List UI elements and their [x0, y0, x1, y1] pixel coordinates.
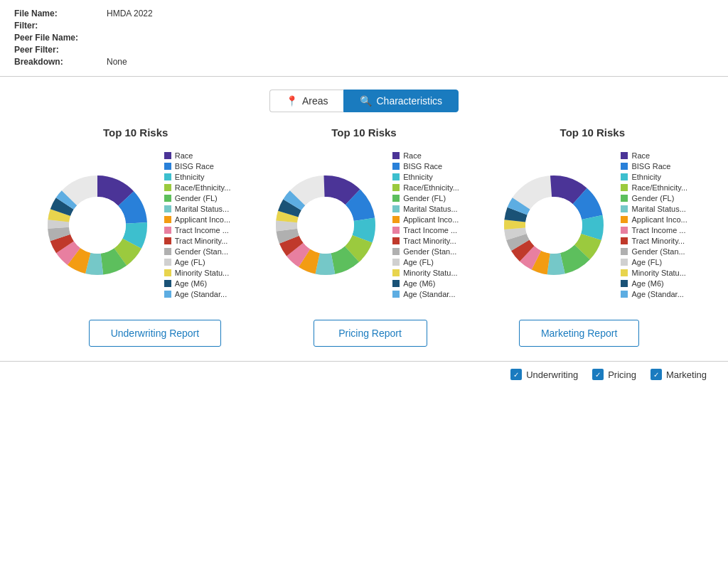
donut-chart-2 [269, 168, 382, 282]
pin-icon: 📍 [286, 95, 298, 107]
svg-point-15 [69, 197, 126, 254]
legend-item: Minority Statu... [392, 269, 459, 277]
tab-section: 📍 Areas 🔍 Characteristics [0, 77, 728, 119]
legend-item: Age (M6) [621, 279, 687, 288]
legend-item: Tract Income ... [621, 226, 687, 234]
legend-item: Tract Income ... [164, 226, 231, 234]
legend-item: Race/Ethnicity... [392, 183, 459, 192]
legend-item: Race/Ethnicity... [164, 183, 231, 192]
legend-item: Tract Minority... [621, 237, 687, 245]
legend-item: Gender (FL) [621, 194, 687, 202]
legend-item: Minority Statu... [621, 269, 687, 277]
legend-item: Gender (FL) [164, 194, 231, 202]
peer-filter-label: Peer Filter: [14, 45, 107, 55]
footer-marketing-checkbox[interactable]: ✓ Marketing [651, 369, 707, 380]
breakdown-label: Breakdown: [14, 57, 107, 67]
legend-2: Race BISG Race Ethnicity Race/Ethnicity.… [392, 151, 459, 298]
legend-item: Age (FL) [392, 258, 459, 266]
legend-item: Marital Status... [621, 205, 687, 213]
search-icon: 🔍 [360, 95, 372, 107]
legend-item: Race [164, 151, 231, 160]
file-name-value: HMDA 2022 [107, 9, 153, 18]
filter-label: Filter: [14, 21, 107, 31]
pricing-report-button[interactable]: Pricing Report [314, 320, 427, 347]
pricing-check-icon: ✓ [592, 369, 604, 380]
breakdown-value: None [107, 57, 127, 67]
legend-item: Age (M6) [164, 279, 231, 288]
legend-item: Age (FL) [164, 258, 231, 266]
chart-content-1: Race BISG Race Ethnicity Race/Ethnicity.… [41, 151, 231, 298]
svg-point-31 [297, 197, 354, 254]
tab-characteristics-label: Characteristics [376, 95, 442, 107]
svg-point-47 [525, 197, 582, 254]
legend-item: Gender (Stan... [164, 247, 231, 256]
legend-item: Applicant Inco... [392, 215, 459, 224]
legend-item: Age (M6) [392, 279, 459, 288]
legend-item: BISG Race [621, 162, 687, 171]
legend-item: Ethnicity [621, 173, 687, 181]
footer-pricing-checkbox[interactable]: ✓ Pricing [592, 369, 636, 380]
legend-item: Marital Status... [392, 205, 459, 213]
chart-block-2: Top 10 Risks [254, 126, 474, 298]
legend-item: Race/Ethnicity... [621, 183, 687, 192]
footer-underwriting-checkbox[interactable]: ✓ Underwriting [510, 369, 578, 380]
header-section: File Name: HMDA 2022 Filter: Peer File N… [0, 0, 728, 77]
legend-item: Age (Standar... [621, 290, 687, 298]
pricing-checkbox-label: Pricing [608, 369, 636, 380]
chart-title-2: Top 10 Risks [331, 126, 396, 139]
underwriting-checkbox-label: Underwriting [526, 369, 578, 380]
donut-chart-1 [41, 168, 154, 282]
legend-item: Age (Standar... [164, 290, 231, 298]
legend-item: Tract Minority... [392, 237, 459, 245]
legend-item: Tract Income ... [392, 226, 459, 234]
underwriting-check-icon: ✓ [510, 369, 522, 380]
legend-item: Applicant Inco... [164, 215, 231, 224]
legend-item: Race [621, 151, 687, 160]
marketing-checkbox-label: Marketing [666, 369, 707, 380]
legend-1: Race BISG Race Ethnicity Race/Ethnicity.… [164, 151, 231, 298]
file-name-label: File Name: [14, 9, 107, 18]
donut-chart-3 [497, 168, 611, 282]
legend-item: Age (Standar... [392, 290, 459, 298]
legend-item: Minority Statu... [164, 269, 231, 277]
tab-areas-label: Areas [302, 95, 328, 107]
buttons-section: Underwriting Report Pricing Report Marke… [0, 298, 728, 361]
legend-item: Tract Minority... [164, 237, 231, 245]
legend-item: BISG Race [392, 162, 459, 171]
legend-3: Race BISG Race Ethnicity Race/Ethnicity.… [621, 151, 687, 298]
legend-item: BISG Race [164, 162, 231, 171]
chart-title-1: Top 10 Risks [103, 126, 168, 139]
chart-content-2: Race BISG Race Ethnicity Race/Ethnicity.… [269, 151, 459, 298]
underwriting-report-button[interactable]: Underwriting Report [89, 320, 222, 347]
legend-item: Gender (Stan... [621, 247, 687, 256]
tab-areas[interactable]: 📍 Areas [269, 90, 344, 112]
chart-block-3: Top 10 Risks [482, 126, 702, 298]
marketing-check-icon: ✓ [651, 369, 662, 380]
legend-item: Ethnicity [392, 173, 459, 181]
footer-section: ✓ Underwriting ✓ Pricing ✓ Marketing [0, 361, 728, 387]
peer-file-name-label: Peer File Name: [14, 33, 107, 43]
legend-item: Race [392, 151, 459, 160]
marketing-report-button[interactable]: Marketing Report [519, 320, 639, 347]
legend-item: Applicant Inco... [621, 215, 687, 224]
legend-item: Ethnicity [164, 173, 231, 181]
chart-title-3: Top 10 Risks [560, 126, 625, 139]
legend-item: Marital Status... [164, 205, 231, 213]
charts-section: Top 10 Risks [0, 119, 728, 298]
legend-item: Gender (Stan... [392, 247, 459, 256]
legend-item: Age (FL) [621, 258, 687, 266]
chart-block-1: Top 10 Risks [26, 126, 246, 298]
legend-item: Gender (FL) [392, 194, 459, 202]
tab-characteristics[interactable]: 🔍 Characteristics [343, 90, 459, 112]
chart-content-3: Race BISG Race Ethnicity Race/Ethnicity.… [497, 151, 687, 298]
